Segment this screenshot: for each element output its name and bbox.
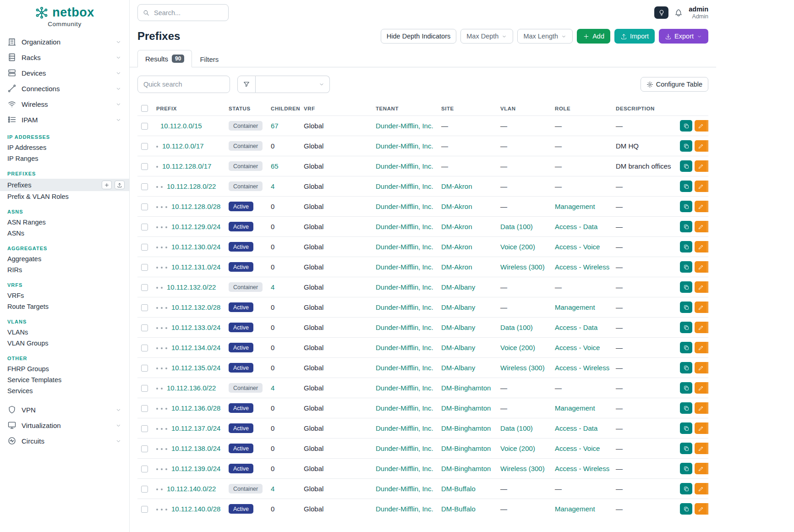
edit-dropdown-button[interactable]: [707, 201, 708, 212]
edit-button[interactable]: [695, 483, 707, 494]
max-depth-dropdown[interactable]: Max Depth: [460, 29, 513, 44]
edit-dropdown-button[interactable]: [707, 302, 708, 313]
tab-filters[interactable]: Filters: [192, 51, 226, 67]
tenant-link[interactable]: Dunder-Mifflin, Inc.: [376, 203, 433, 210]
site-link[interactable]: DM-Akron: [441, 203, 472, 210]
tenant-link[interactable]: Dunder-Mifflin, Inc.: [376, 223, 433, 230]
site-link[interactable]: DM-Buffalo: [441, 505, 476, 513]
row-checkbox[interactable]: [141, 506, 148, 513]
vlan-link[interactable]: Voice (200): [500, 243, 535, 251]
site-link[interactable]: DM-Binghamton: [441, 404, 491, 412]
row-checkbox[interactable]: [141, 284, 148, 291]
prefix-link[interactable]: 10.112.0.0/17: [162, 142, 204, 150]
role-link[interactable]: Management: [555, 303, 595, 311]
prefix-link[interactable]: 10.112.138.0/24: [171, 444, 220, 452]
role-link[interactable]: Access - Data: [555, 424, 597, 432]
site-link[interactable]: DM-Akron: [441, 263, 472, 271]
tenant-link[interactable]: Dunder-Mifflin, Inc.: [376, 162, 433, 170]
clone-button[interactable]: [680, 422, 692, 434]
row-checkbox[interactable]: [141, 183, 148, 190]
tenant-link[interactable]: Dunder-Mifflin, Inc.: [376, 344, 433, 351]
row-checkbox[interactable]: [141, 224, 148, 230]
prefix-link[interactable]: 10.112.136.0/28: [171, 404, 220, 412]
tenant-link[interactable]: Dunder-Mifflin, Inc.: [376, 364, 433, 372]
sidebar-item-fhrp-groups[interactable]: FHRP Groups: [0, 363, 129, 374]
sidebar-item-aggregates[interactable]: Aggregates: [0, 253, 129, 264]
column-header-tenant[interactable]: TENANT: [372, 101, 438, 116]
edit-button[interactable]: [695, 322, 707, 333]
tenant-link[interactable]: Dunder-Mifflin, Inc.: [376, 303, 433, 311]
tenant-link[interactable]: Dunder-Mifflin, Inc.: [376, 465, 433, 472]
row-checkbox[interactable]: [141, 324, 148, 331]
sidebar-item-wireless[interactable]: Wireless: [0, 96, 129, 112]
children-link[interactable]: 4: [271, 283, 274, 291]
vlan-link[interactable]: Wireless (300): [500, 263, 545, 271]
clone-button[interactable]: [680, 261, 692, 273]
edit-button[interactable]: [695, 221, 707, 232]
clone-button[interactable]: [680, 382, 692, 394]
edit-dropdown-button[interactable]: [707, 160, 708, 172]
saved-filter-select[interactable]: [256, 76, 330, 93]
filter-button[interactable]: [237, 76, 256, 93]
sidebar-item-rirs[interactable]: RIRs: [0, 264, 129, 275]
row-checkbox[interactable]: [141, 163, 148, 170]
vlan-link[interactable]: Data (100): [500, 424, 533, 432]
sidebar-item-racks[interactable]: Racks: [0, 49, 129, 65]
tab-results[interactable]: Results 90: [137, 50, 192, 67]
sidebar-item-ip-addresses[interactable]: IP Addresses: [0, 142, 129, 153]
role-link[interactable]: Management: [555, 203, 595, 210]
site-link[interactable]: DM-Albany: [441, 324, 475, 331]
sidebar-item-services[interactable]: Services: [0, 385, 129, 396]
max-length-dropdown[interactable]: Max Length: [517, 29, 573, 44]
sidebar-item-organization[interactable]: Organization: [0, 34, 129, 49]
sidebar-item-ip-ranges[interactable]: IP Ranges: [0, 153, 129, 164]
site-link[interactable]: DM-Binghamton: [441, 424, 491, 432]
edit-button[interactable]: [695, 140, 707, 152]
edit-dropdown-button[interactable]: [707, 221, 708, 232]
edit-dropdown-button[interactable]: [707, 382, 708, 394]
row-checkbox[interactable]: [141, 345, 148, 351]
vlan-link[interactable]: Wireless (300): [500, 465, 545, 472]
column-header-children[interactable]: CHILDREN: [267, 101, 300, 116]
tenant-link[interactable]: Dunder-Mifflin, Inc.: [376, 384, 433, 392]
tenant-link[interactable]: Dunder-Mifflin, Inc.: [376, 243, 433, 251]
edit-dropdown-button[interactable]: [707, 483, 708, 494]
clone-button[interactable]: [680, 160, 692, 172]
row-checkbox[interactable]: [141, 244, 148, 251]
sidebar-item-vpn[interactable]: VPN: [0, 402, 129, 417]
row-checkbox[interactable]: [141, 445, 148, 452]
sidebar-item-devices[interactable]: Devices: [0, 65, 129, 81]
children-link[interactable]: 65: [271, 162, 279, 170]
prefix-link[interactable]: 10.112.140.0/28: [171, 505, 220, 513]
vlan-link[interactable]: Voice (200): [500, 344, 535, 351]
edit-dropdown-button[interactable]: [707, 443, 708, 454]
site-link[interactable]: DM-Binghamton: [441, 465, 491, 472]
edit-button[interactable]: [695, 201, 707, 212]
tenant-link[interactable]: Dunder-Mifflin, Inc.: [376, 485, 433, 493]
column-header-prefix[interactable]: PREFIX: [153, 101, 225, 116]
edit-button[interactable]: [695, 241, 707, 252]
prefix-link[interactable]: 10.112.135.0/24: [171, 364, 220, 372]
site-link[interactable]: DM-Albany: [441, 303, 475, 311]
edit-dropdown-button[interactable]: [707, 503, 708, 515]
row-checkbox[interactable]: [141, 264, 148, 271]
brand[interactable]: netbox: [0, 5, 129, 20]
prefix-link[interactable]: 10.112.134.0/24: [171, 344, 220, 351]
plus-button[interactable]: [102, 181, 112, 189]
tenant-link[interactable]: Dunder-Mifflin, Inc.: [376, 283, 433, 291]
clone-button[interactable]: [680, 322, 692, 333]
prefix-link[interactable]: 10.112.0.0/15: [160, 122, 202, 130]
edit-button[interactable]: [695, 463, 707, 474]
sidebar-item-prefix-vlan-roles[interactable]: Prefix & VLAN Roles: [0, 191, 129, 202]
site-link[interactable]: DM-Binghamton: [441, 444, 491, 452]
clone-button[interactable]: [680, 140, 692, 152]
edit-dropdown-button[interactable]: [707, 261, 708, 273]
sidebar-item-vrfs[interactable]: VRFs: [0, 290, 129, 301]
children-link[interactable]: 67: [271, 122, 279, 130]
edit-dropdown-button[interactable]: [707, 281, 708, 293]
row-checkbox[interactable]: [141, 123, 148, 130]
role-link[interactable]: Access - Voice: [555, 444, 600, 452]
edit-dropdown-button[interactable]: [707, 322, 708, 333]
edit-dropdown-button[interactable]: [707, 402, 708, 414]
edit-button[interactable]: [695, 443, 707, 454]
